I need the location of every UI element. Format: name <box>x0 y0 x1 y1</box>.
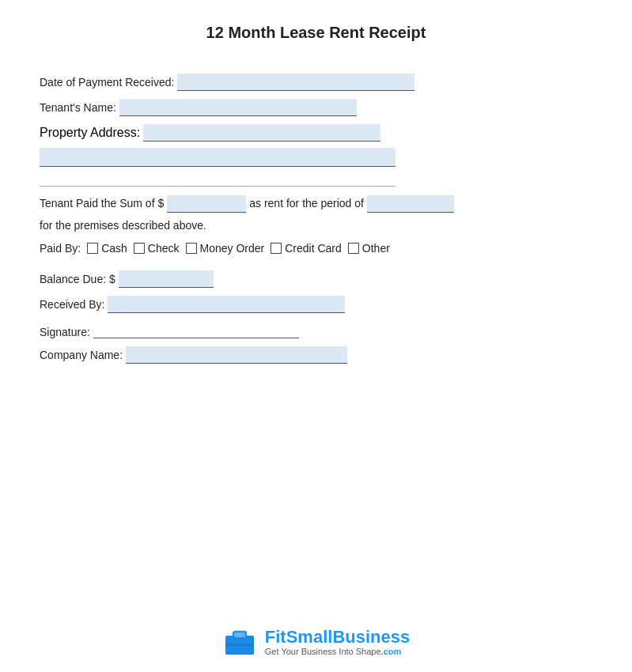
received-label: Received By: <box>40 298 104 311</box>
period-input[interactable] <box>367 195 454 213</box>
brand-name-blue: Fit <box>265 627 286 647</box>
balance-row: Balance Due: $ <box>40 270 592 288</box>
tenant-input[interactable] <box>119 99 357 116</box>
cash-option[interactable]: Cash <box>87 242 127 255</box>
other-label: Other <box>362 242 390 255</box>
company-input[interactable] <box>126 346 347 364</box>
paid-by-row: Paid By: Cash Check Money Order Credit C… <box>40 242 592 255</box>
tagline-com: .com <box>381 647 402 656</box>
cash-checkbox[interactable] <box>87 243 98 254</box>
cash-label: Cash <box>101 242 127 255</box>
money-order-option[interactable]: Money Order <box>186 242 265 255</box>
footer-brand: FitSmallBusiness Get Your Business Into … <box>265 628 410 656</box>
sum-prefix: Tenant Paid the Sum of $ <box>40 194 164 213</box>
property-input-line1[interactable] <box>143 124 380 142</box>
footer-logo: FitSmallBusiness Get Your Business Into … <box>222 628 410 656</box>
credit-card-label: Credit Card <box>285 242 342 255</box>
company-row: Company Name: <box>40 346 592 364</box>
received-by-row: Received By: <box>40 296 592 313</box>
credit-card-checkbox[interactable] <box>271 243 282 254</box>
date-label: Date of Payment Received: <box>40 76 174 89</box>
brand-name: FitSmallBusiness <box>265 628 410 647</box>
money-order-checkbox[interactable] <box>186 243 197 254</box>
signature-label: Signature: <box>40 326 90 338</box>
svg-rect-5 <box>234 632 245 637</box>
section-divider <box>40 186 395 187</box>
company-label: Company Name: <box>40 349 123 361</box>
tenant-field-row: Tenant's Name: <box>40 99 592 116</box>
property-address-block: Property Address: <box>40 124 592 167</box>
sum-input[interactable] <box>167 195 246 213</box>
other-option[interactable]: Other <box>348 242 390 255</box>
money-order-label: Money Order <box>200 242 265 255</box>
date-field-row: Date of Payment Received: <box>40 74 592 91</box>
svg-rect-6 <box>225 644 254 646</box>
property-label: Property Address: <box>40 126 140 140</box>
check-checkbox[interactable] <box>134 243 145 254</box>
brand-tagline: Get Your Business Into Shape.com <box>265 647 401 656</box>
footer: FitSmallBusiness Get Your Business Into … <box>40 596 592 656</box>
sum-middle: as rent for the period of <box>249 194 364 213</box>
paid-by-label: Paid By: <box>40 242 81 255</box>
credit-card-option[interactable]: Credit Card <box>271 242 342 255</box>
other-checkbox[interactable] <box>348 243 359 254</box>
property-input-line2[interactable] <box>40 148 395 167</box>
check-option[interactable]: Check <box>134 242 180 255</box>
sum-suffix: for the premises described above. <box>40 217 206 236</box>
date-input[interactable] <box>177 74 414 91</box>
tagline-text: Get Your Business Into Shape <box>265 647 381 656</box>
balance-label: Balance Due: $ <box>40 273 115 285</box>
signature-input[interactable] <box>93 321 299 338</box>
balance-input[interactable] <box>119 270 214 288</box>
check-label: Check <box>148 242 180 255</box>
signature-row: Signature: <box>40 321 592 338</box>
sum-row: Tenant Paid the Sum of $ as rent for the… <box>40 194 592 236</box>
tenant-label: Tenant's Name: <box>40 101 116 114</box>
page-title: 12 Month Lease Rent Receipt <box>40 24 592 42</box>
received-input[interactable] <box>108 296 345 313</box>
brand-name-black: SmallBusiness <box>286 627 411 647</box>
property-row1: Property Address: <box>40 124 592 142</box>
briefcase-icon <box>222 628 257 656</box>
